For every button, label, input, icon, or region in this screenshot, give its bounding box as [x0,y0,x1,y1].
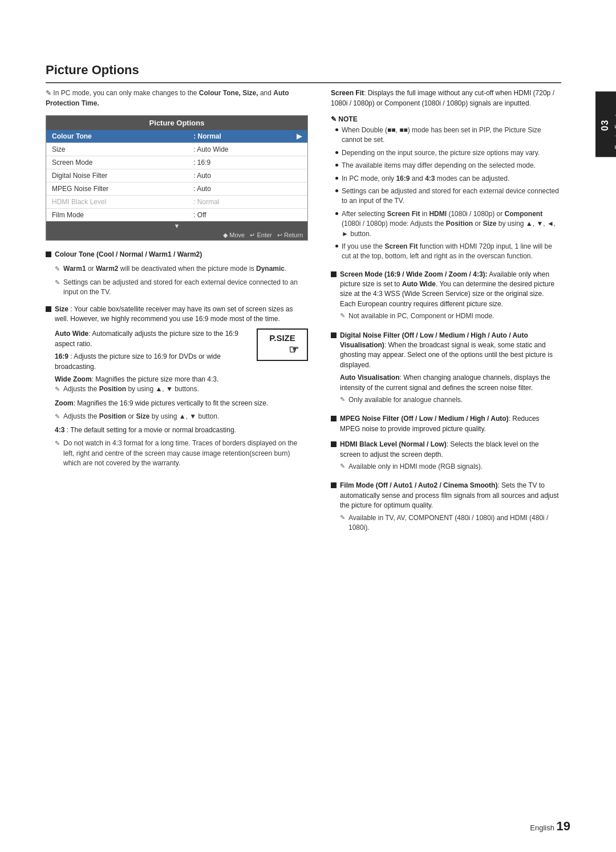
p-size-box: P.SIZE ☞ [257,328,308,361]
bullet-icon [46,251,51,257]
table-row: Film Mode : Off [46,209,307,222]
digital-noise-bullet: Digital Noise Filter (Off / Low / Medium… [331,331,561,409]
note-text-7: If you use the Screen Fit function with … [342,242,561,262]
pencil-icon: ✎ [46,89,53,97]
table-row: MPEG Noise Filter : Auto [46,182,307,196]
table-title: Picture Options [46,116,307,130]
size-label: Size : Your cable box/satellite receiver… [55,305,308,324]
note-title: ✎ NOTE [331,115,561,123]
pencil-icon: ✎ [55,412,60,421]
analogue-sub-text: Only available for analogue channels. [348,395,463,405]
row-value-screen-mode: : 16:9 [188,156,291,169]
screen-mode-bullet: Screen Mode (16:9 / Wide Zoom / Zoom / 4… [331,270,561,325]
chapter-label: Basic Features [614,99,616,149]
zoom-text: Zoom: Magnifies the 16:9 wide pictures v… [55,398,308,408]
screen-mode-sub: ✎ Not available in PC, Component or HDMI… [340,311,561,321]
bullet-dot [335,151,338,154]
chapter-number: 03 [600,120,610,131]
bullet-dot [335,164,338,167]
table-row: Digital Noise Filter : Auto [46,169,307,182]
hdmi-black-sub: ✎ Available only in HDMI mode (RGB signa… [340,462,561,472]
warning-sub: ✎ Do not watch in 4:3 format for a long … [55,439,308,468]
page-number: 19 [557,819,570,833]
size-bullet: Size : Your cable box/satellite receiver… [46,305,308,324]
colour-tone-section: Colour Tone (Cool / Normal / Warm1 / War… [46,250,308,298]
bullet-icon [331,441,337,447]
position-sub1: ✎ Adjusts the Position by using ▲, ▼ but… [55,384,308,394]
row-label-film-mode: Film Mode [46,209,188,222]
row-value-colour-tone: : Normal [188,130,291,143]
screen-fit-para: Screen Fit: Displays the full image with… [331,88,561,108]
bullet-dot [335,212,338,215]
options-table-body: Colour Tone : Normal ▶ Size : Auto Wide … [46,130,307,221]
table-row: Size : Auto Wide [46,143,307,156]
pencil-icon: ✎ [340,311,345,321]
note-item-5: Settings can be adjusted and stored for … [335,186,561,206]
row-label-mpeg-noise: MPEG Noise Filter [46,182,188,196]
bullet-icon [331,332,337,338]
left-column: ✎ In PC mode, you can only make changes … [46,88,308,542]
film-mode-bullet: Film Mode (Off / Auto1 / Auto2 / Cinema … [331,481,561,536]
pencil-icon: ✎ [340,462,345,472]
row-label-size: Size [46,143,188,156]
bullet-dot [335,189,338,192]
position-sub2-text: Adjusts the Position or Size by using ▲,… [63,412,219,421]
bullet-icon [331,482,337,488]
pencil-icon: ✎ [55,439,60,468]
colour-tone-sub1-text: Warm1 or Warm2 will be deactivated when … [63,264,286,274]
film-mode-sub-text: Available in TV, AV, COMPONENT (480i / 1… [348,513,561,533]
size-section: Size : Your cable box/satellite receiver… [46,305,308,469]
auto-vis-text: Auto Visualisation: When changing analog… [340,373,561,393]
colour-tone-sub2-text: Settings can be adjusted and stored for … [63,278,308,298]
colour-tone-label: Colour Tone (Cool / Normal / Warm1 / War… [55,250,202,259]
table-row: HDMI Black Level : Normal [46,196,307,209]
note-item-1: When Double (■■, ■■) mode has been set i… [335,125,561,145]
note-text-5: Settings can be adjusted and stored for … [342,186,561,206]
note-item-3: The available items may differ depending… [335,161,561,171]
position-sub2: ✎ Adjusts the Position or Size by using … [55,412,308,421]
table-row: Screen Mode : 16:9 [46,156,307,169]
row-value-film-mode: : Off [188,209,291,222]
note-text-1: When Double (■■, ■■) mode has been set i… [342,125,561,145]
note-item-2: Depending on the input source, the pictu… [335,148,561,158]
film-mode-text: Film Mode (Off / Auto1 / Auto2 / Cinema … [340,481,561,536]
side-tab: 03 Basic Features [595,91,616,157]
language-label: English [530,823,554,832]
table-nav: ◆ Move ↵ Enter ↩ Return [46,230,307,240]
bullet-icon [331,271,337,277]
note-text-4: In PC mode, only 16:9 and 4:3 modes can … [342,174,509,184]
wide-zoom-text: Wide Zoom: Magnifies the picture size mo… [55,374,308,384]
colour-tone-sub1: ✎ Warm1 or Warm2 will be deactivated whe… [55,264,308,274]
page-footer: English 19 [530,819,570,834]
note-text-2: Depending on the input source, the pictu… [342,148,540,158]
intro-sentence: In PC mode, you can only make changes to… [46,89,289,107]
row-value-digital-noise: : Auto [188,169,291,182]
row-value-mpeg-noise: : Auto [188,182,291,196]
table-row: Colour Tone : Normal ▶ [46,130,307,143]
analogue-sub: ✎ Only available for analogue channels. [340,395,561,405]
hand-icon: ☞ [266,343,299,356]
mpeg-noise-text: MPEG Noise Filter (Off / Low / Medium / … [340,414,561,434]
main-content: Picture Options ✎ In PC mode, you can on… [0,34,595,818]
warning-text: Do not watch in 4:3 format for a long ti… [63,439,308,468]
note-item-4: In PC mode, only 16:9 and 4:3 modes can … [335,174,561,184]
pencil-icon: ✎ [55,278,60,298]
row-label-digital-noise: Digital Noise Filter [46,169,188,182]
hdmi-black-sub-text: Available only in HDMI mode (RGB signals… [348,462,483,472]
row-label-hdmi-black: HDMI Black Level [46,196,188,209]
page-title: Picture Options [46,63,561,83]
row-arrow-colour-tone: ▶ [291,130,307,143]
bullet-dot [335,128,338,131]
note-text-6: After selecting Screen Fit in HDMI (1080… [342,209,561,239]
bullet-dot [335,245,338,248]
mpeg-noise-bullet: MPEG Noise Filter (Off / Low / Medium / … [331,414,561,434]
screen-mode-text: Screen Mode (16:9 / Wide Zoom / Zoom / 4… [340,270,561,325]
p-size-label: P.SIZE [269,333,295,343]
right-column: Screen Fit: Displays the full image with… [331,88,561,542]
note-text-3: The available items may differ depending… [342,161,536,171]
row-arrow-size [291,143,307,156]
intro-text: ✎ In PC mode, you can only make changes … [46,88,308,108]
position-sub1-text: Adjusts the Position by using ▲, ▼ butto… [63,384,199,394]
colour-tone-bullet: Colour Tone (Cool / Normal / Warm1 / War… [46,250,308,259]
row-value-hdmi-black: : Normal [188,196,291,209]
